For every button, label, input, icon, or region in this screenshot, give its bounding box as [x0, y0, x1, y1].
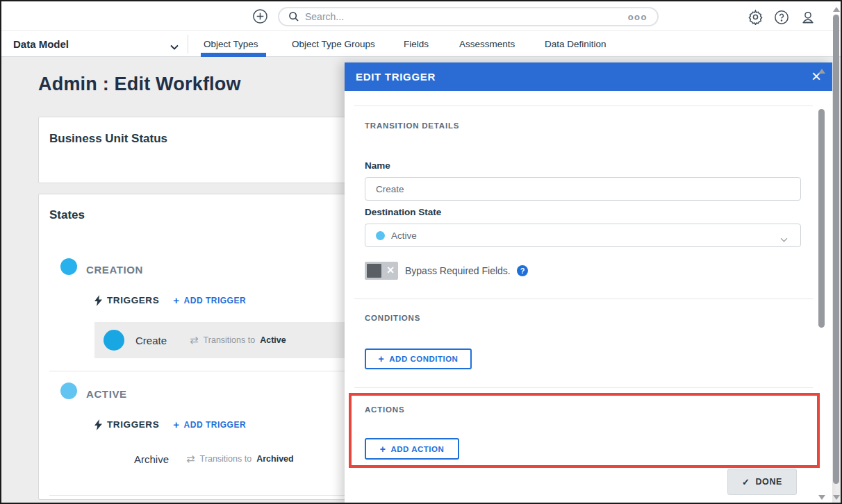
search-icon: [288, 11, 299, 22]
bypass-required-fields-toggle[interactable]: ✕: [365, 262, 398, 280]
active-triggers-line: TRIGGERS + ADD TRIGGER: [94, 419, 246, 430]
page-scroll-down-icon[interactable]: [833, 495, 840, 500]
transition-details-heading: TRANSITION DETAILS: [365, 121, 459, 130]
search-options-icon[interactable]: ooo: [628, 12, 647, 22]
panel-scrollbar-thumb[interactable]: [818, 109, 825, 328]
app-window: ooo Data Model: [0, 0, 842, 504]
chevron-down-icon: [780, 233, 788, 245]
add-condition-button[interactable]: + ADD CONDITION: [365, 348, 472, 369]
page-scroll-up-icon[interactable]: [833, 7, 840, 12]
destination-state-name: Archived: [256, 454, 294, 464]
triggers-label: TRIGGERS: [107, 295, 159, 305]
transition-arrows-icon: ⇄: [186, 453, 195, 465]
data-model-dropdown[interactable]: Data Model: [13, 31, 69, 56]
tab-object-type-groups[interactable]: Object Type Groups: [292, 31, 375, 56]
data-model-label: Data Model: [13, 38, 69, 50]
transition-arrows-icon: ⇄: [190, 334, 199, 346]
plus-icon: +: [380, 444, 386, 455]
conditions-heading: CONDITIONS: [365, 314, 420, 322]
plus-icon: +: [379, 353, 385, 364]
states-title: States: [49, 208, 85, 222]
secondary-nav: Data Model Object Types Object Type Grou…: [1, 31, 841, 57]
tab-fields[interactable]: Fields: [404, 31, 429, 56]
create-trigger-dot: [104, 330, 124, 351]
panel-divider: [354, 387, 813, 388]
add-trigger-button[interactable]: + ADD TRIGGER: [173, 294, 246, 306]
active-state-name: ACTIVE: [86, 388, 127, 400]
settings-gear-icon[interactable]: [748, 9, 763, 28]
panel-divider: [354, 106, 813, 106]
nav-divider: [188, 35, 188, 53]
add-new-icon[interactable]: [252, 8, 268, 27]
panel-divider: [354, 299, 813, 299]
triggers-label: TRIGGERS: [107, 419, 159, 430]
help-icon[interactable]: [774, 10, 789, 28]
tab-data-definition[interactable]: Data Definition: [545, 31, 606, 56]
creation-state-name: CREATION: [86, 264, 143, 276]
destination-state-label: Destination State: [365, 207, 441, 217]
trigger-name-input[interactable]: [365, 177, 801, 201]
transitions-to-label: Transitions to: [204, 335, 256, 345]
edit-trigger-panel: EDIT TRIGGER × TRANSITION DETAILS Name D…: [345, 62, 832, 504]
panel-scroll-down-icon[interactable]: [818, 495, 825, 500]
lightning-bolt-icon: [94, 295, 102, 306]
bypass-required-fields-label: Bypass Required Fields.: [405, 265, 511, 276]
transitions-to-label: Transitions to: [200, 454, 252, 464]
top-bar: ooo: [1, 1, 841, 31]
search-input[interactable]: [305, 11, 628, 22]
creation-triggers-line: TRIGGERS + ADD TRIGGER: [94, 294, 246, 306]
panel-title: EDIT TRIGGER: [356, 71, 436, 83]
toggle-off-x-icon: ✕: [386, 264, 395, 276]
search-bar[interactable]: ooo: [278, 7, 659, 26]
plus-icon: +: [173, 419, 179, 430]
creation-state-dot: [60, 258, 77, 275]
destination-state-select[interactable]: Active: [365, 224, 801, 247]
panel-header: EDIT TRIGGER ×: [345, 62, 832, 91]
trigger-name: Archive: [134, 453, 169, 465]
panel-scroll-up-icon[interactable]: [818, 69, 825, 74]
plus-icon: +: [173, 294, 179, 306]
check-icon: ✓: [742, 477, 750, 487]
chevron-down-icon[interactable]: [170, 40, 179, 53]
tab-assessments[interactable]: Assessments: [459, 31, 515, 56]
destination-state-value: Active: [391, 230, 417, 241]
add-action-button[interactable]: + ADD ACTION: [365, 438, 459, 460]
page-title: Admin : Edit Workflow: [38, 74, 241, 95]
active-state-dot: [60, 383, 77, 399]
destination-state-name: Active: [260, 335, 286, 345]
toggle-knob: [367, 264, 381, 278]
add-trigger-button[interactable]: + ADD TRIGGER: [173, 419, 246, 430]
lightning-bolt-icon: [94, 419, 102, 430]
state-color-dot: [376, 231, 385, 240]
user-profile-icon[interactable]: [800, 10, 816, 28]
trigger-name: Create: [135, 335, 167, 346]
actions-heading: ACTIONS: [365, 405, 404, 414]
done-button[interactable]: ✓ DONE: [727, 469, 797, 495]
page-scrollbar-thumb[interactable]: [833, 15, 839, 484]
business-unit-status-title: Business Unit Status: [49, 132, 167, 146]
bypass-help-icon[interactable]: ?: [517, 265, 528, 276]
name-label: Name: [365, 160, 390, 171]
